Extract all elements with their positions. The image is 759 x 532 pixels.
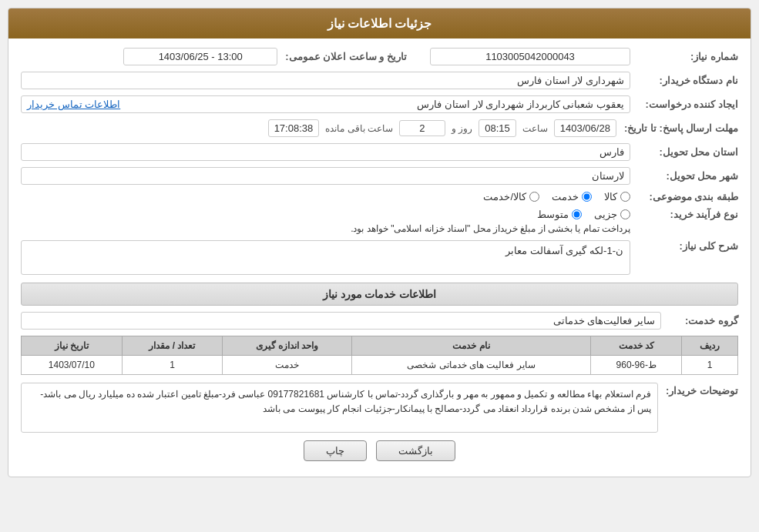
remaining-time-label: ساعت باقی مانده [325, 123, 393, 134]
need-number-row: شماره نیاز: 1103005042000043 تاریخ و ساع… [21, 48, 738, 65]
category-row: طبقه بندی موضوعی: کالا خدمت کالا/خدمت [21, 191, 738, 202]
deadline-date: 1403/06/28 [554, 119, 616, 137]
creator-label: ایجاد کننده درخواست: [630, 99, 738, 110]
category-kala-label: کالا [604, 191, 617, 202]
services-section-header: اطلاعات خدمات مورد نیاز [21, 283, 738, 306]
purchase-note: پرداخت تمام یا بخشی از مبلغ خریداز محل "… [21, 223, 630, 234]
cell-service-code: ط-96-960 [591, 356, 682, 375]
need-desc-value: ن-1-لکه گیری آسفالت معابر [21, 240, 630, 275]
service-group-value: سایر فعالیت‌های خدماتی [21, 312, 661, 330]
announcement-date-value: 1403/06/25 - 13:00 [123, 48, 277, 65]
creator-link[interactable]: اطلاعات تماس خریدار [27, 99, 120, 110]
category-label: طبقه بندی موضوعی: [630, 191, 738, 202]
city-label: شهر محل تحویل: [630, 170, 738, 182]
buyer-org-value: شهرداری لار استان فارس [21, 72, 630, 89]
creator-row: ایجاد کننده درخواست: یعقوب شعبانی کاربرد… [21, 95, 738, 113]
purchase-jozi-label: جزیی [594, 209, 617, 220]
purchase-type-content: جزیی متوسط پرداخت تمام یا بخشی از مبلغ خ… [21, 209, 630, 234]
buyer-org-row: نام دستگاه خریدار: شهرداری لار استان فار… [21, 72, 738, 89]
need-desc-row: شرح کلی نیاز: ن-1-لکه گیری آسفالت معابر [21, 240, 738, 275]
cell-rownum: 1 [682, 356, 738, 375]
purchase-type-row: نوع فرآیند خرید: جزیی متوسط پرداخت تمام … [21, 209, 738, 234]
col-service-code: کد خدمت [591, 336, 682, 356]
category-khedmat-radio[interactable] [582, 192, 592, 202]
deadline-time: 08:15 [479, 119, 516, 137]
category-khedmat[interactable]: خدمت [552, 191, 592, 202]
back-button[interactable]: بازگشت [376, 440, 455, 461]
need-desc-label: شرح کلی نیاز: [630, 240, 738, 252]
card-body: شماره نیاز: 1103005042000043 تاریخ و ساع… [8, 38, 751, 477]
table-row: 1 ط-96-960 سایر فعالیت های خدماتی شخصی خ… [22, 356, 738, 375]
province-label: استان محل تحویل: [630, 146, 738, 158]
col-service-name: نام خدمت [351, 336, 591, 356]
purchase-motawaset[interactable]: متوسط [537, 209, 582, 220]
purchase-type-label: نوع فرآیند خرید: [630, 209, 738, 220]
purchase-motawaset-label: متوسط [537, 209, 569, 220]
col-need-date: تاریخ نیاز [22, 336, 123, 356]
remaining-days: 2 [399, 120, 445, 136]
deadline-row: مهلت ارسال پاسخ: تا تاریخ: 1403/06/28 سا… [21, 119, 738, 137]
purchase-jozi[interactable]: جزیی [594, 209, 630, 220]
creator-value: یعقوب شعبانی کاربرداز شهرداری لار استان … [21, 95, 630, 113]
service-group-row: گروه خدمت: سایر فعالیت‌های خدماتی [21, 312, 738, 330]
cell-need-date: 1403/07/10 [22, 356, 123, 375]
category-kala-khedmat-radio[interactable] [529, 192, 539, 202]
purchase-jozi-radio[interactable] [620, 209, 630, 219]
city-value: لارستان [21, 167, 630, 185]
cell-unit: خدمت [223, 356, 351, 375]
deadline-label: مهلت ارسال پاسخ: تا تاریخ: [616, 122, 738, 134]
category-options: کالا خدمت کالا/خدمت [21, 191, 630, 202]
print-button[interactable]: چاپ [304, 440, 367, 461]
announcement-date-label: تاریخ و ساعت اعلان عمومی: [277, 51, 407, 62]
creator-name: یعقوب شعبانی کاربرداز شهرداری لار استان … [417, 99, 624, 110]
category-kala[interactable]: کالا [604, 191, 630, 202]
buyer-notes-label: توضیحات خریدار: [658, 383, 738, 396]
purchase-type-radios: جزیی متوسط [21, 209, 630, 220]
remaining-label: روز و [452, 123, 472, 134]
deadline-time-label: ساعت [522, 123, 548, 134]
page-title: جزئیات اطلاعات نیاز [8, 8, 751, 38]
city-row: شهر محل تحویل: لارستان [21, 167, 738, 185]
cell-quantity: 1 [122, 356, 223, 375]
services-table: ردیف کد خدمت نام خدمت واحد اندازه گیری ت… [21, 336, 738, 375]
need-number-value: 1103005042000043 [430, 48, 630, 65]
need-number-label: شماره نیاز: [630, 51, 738, 62]
category-kala-khedmat-label: کالا/خدمت [483, 191, 526, 202]
cell-service-name: سایر فعالیت های خدماتی شخصی [351, 356, 591, 375]
service-group-label: گروه خدمت: [661, 315, 738, 326]
footer-buttons: بازگشت چاپ [21, 440, 738, 461]
col-unit: واحد اندازه گیری [223, 336, 351, 356]
deadline-content: 1403/06/28 ساعت 08:15 روز و 2 ساعت باقی … [21, 119, 616, 137]
main-card: جزئیات اطلاعات نیاز شماره نیاز: 11030050… [8, 8, 751, 477]
col-rownum: ردیف [682, 336, 738, 356]
province-value: فارس [21, 143, 630, 161]
buyer-notes-value: فرم استعلام بهاء مطالعه و تکمیل و ممهور … [21, 383, 658, 433]
col-quantity: تعداد / مقدار [122, 336, 223, 356]
buyer-notes-row: توضیحات خریدار: فرم استعلام بهاء مطالعه … [21, 383, 738, 433]
buyer-org-label: نام دستگاه خریدار: [630, 75, 738, 86]
remaining-time: 17:08:38 [268, 119, 320, 137]
purchase-motawaset-radio[interactable] [572, 209, 582, 219]
category-kala-radio[interactable] [620, 192, 630, 202]
category-khedmat-label: خدمت [552, 191, 579, 202]
category-kala-khedmat[interactable]: کالا/خدمت [483, 191, 539, 202]
province-row: استان محل تحویل: فارس [21, 143, 738, 161]
